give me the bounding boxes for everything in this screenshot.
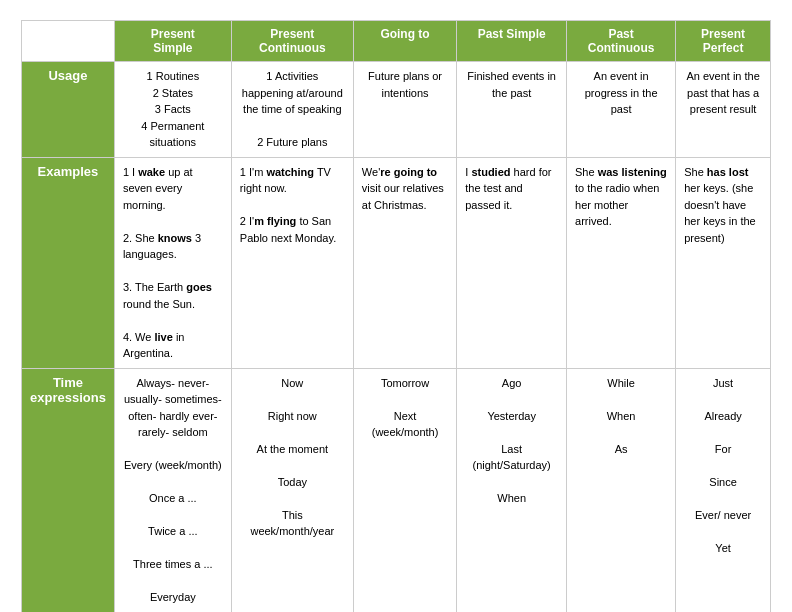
header-present-continuous: PresentContinuous [231, 21, 353, 62]
usage-past-continuous: An event in progress in the past [567, 62, 676, 158]
usage-label: Usage [22, 62, 115, 158]
grammar-table: PresentSimple PresentContinuous Going to… [21, 20, 771, 612]
usage-going-to: Future plans or intentions [353, 62, 456, 158]
header-going-to: Going to [353, 21, 456, 62]
examples-row: Examples 1 I wake up at seven every morn… [22, 157, 771, 368]
header-past-continuous: PastContinuous [567, 21, 676, 62]
time-expressions-label: Time expressions [22, 368, 115, 612]
time-present-simple: Always- never- usually- sometimes- often… [114, 368, 231, 612]
examples-past-simple: I studied hard for the test and passed i… [457, 157, 567, 368]
time-expressions-row: Time expressions Always- never- usually-… [22, 368, 771, 612]
examples-past-continuous: She was listening to the radio when her … [567, 157, 676, 368]
examples-present-simple: 1 I wake up at seven every morning. 2. S… [114, 157, 231, 368]
time-going-to: Tomorrow Next (week/month) [353, 368, 456, 612]
usage-present-continuous: 1 Activities happening at/around the tim… [231, 62, 353, 158]
time-present-perfect: Just Already For Since Ever/ never Yet [676, 368, 771, 612]
header-past-simple: Past Simple [457, 21, 567, 62]
time-past-simple: Ago Yesterday Last (night/Saturday) When [457, 368, 567, 612]
usage-row: Usage 1 Routines2 States3 Facts4 Permane… [22, 62, 771, 158]
examples-going-to: We're going to visit our relatives at Ch… [353, 157, 456, 368]
time-present-continuous: Now Right now At the moment Today This w… [231, 368, 353, 612]
header-present-perfect: PresentPerfect [676, 21, 771, 62]
usage-present-simple: 1 Routines2 States3 Facts4 Permanent sit… [114, 62, 231, 158]
usage-present-perfect: An event in the past that has a present … [676, 62, 771, 158]
usage-past-simple: Finished events in the past [457, 62, 567, 158]
examples-present-perfect: She has lost her keys. (she doesn't have… [676, 157, 771, 368]
examples-present-continuous: 1 I'm watching TV right now. 2 I'm flyin… [231, 157, 353, 368]
examples-label: Examples [22, 157, 115, 368]
time-past-continuous: While When As [567, 368, 676, 612]
header-present-simple: PresentSimple [114, 21, 231, 62]
header-empty [22, 21, 115, 62]
